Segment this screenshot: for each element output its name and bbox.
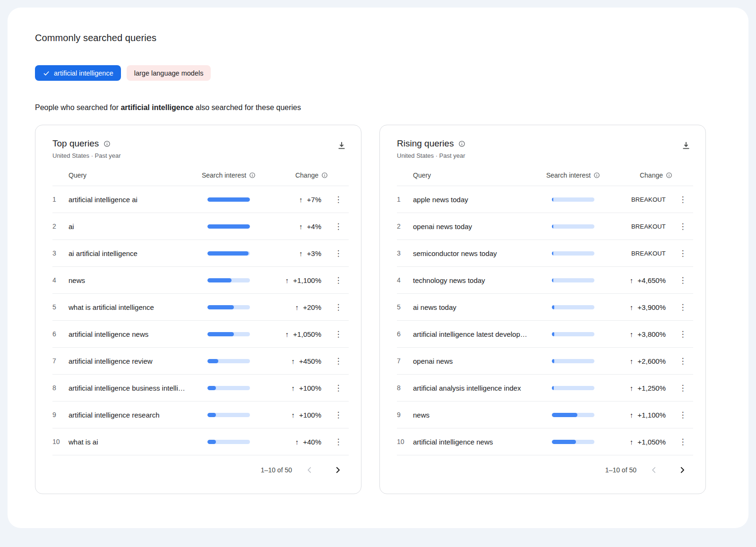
main-panel: Commonly searched queries artificial int… <box>8 8 748 528</box>
next-page-button[interactable] <box>327 462 349 478</box>
row-query-link[interactable]: artificial intelligence news <box>413 438 545 446</box>
search-interest-bar <box>200 251 257 256</box>
more-options-button[interactable]: ⋮ <box>331 194 346 205</box>
arrow-up-icon: ↑ <box>291 384 295 392</box>
previous-page-button[interactable] <box>643 462 665 478</box>
search-interest-column-header: Search interest <box>545 171 601 179</box>
table-row: 1 apple news today BREAKOUT ⋮ <box>397 186 693 213</box>
arrow-up-icon: ↑ <box>630 384 634 392</box>
intro-text: People who searched for artificial intel… <box>35 103 721 112</box>
row-change: ↑ +4,650% <box>601 276 672 284</box>
more-options-button[interactable]: ⋮ <box>675 221 691 232</box>
table-row: 8 artificial analysis intelligence index… <box>397 374 693 401</box>
more-options-button[interactable]: ⋮ <box>331 328 346 340</box>
arrow-up-icon: ↑ <box>299 222 303 231</box>
info-icon[interactable] <box>321 172 328 179</box>
more-options-button[interactable]: ⋮ <box>675 328 691 340</box>
arrow-up-icon: ↑ <box>299 249 303 257</box>
row-change: ↑ +40% <box>257 438 328 446</box>
row-change: ↑ +2,600% <box>601 357 672 365</box>
download-button[interactable] <box>335 138 349 153</box>
info-icon[interactable] <box>458 140 465 147</box>
row-query-link[interactable]: artificial intelligence ai <box>69 196 200 204</box>
next-page-button[interactable] <box>671 462 693 478</box>
more-options-button[interactable]: ⋮ <box>675 355 691 367</box>
arrow-up-icon: ↑ <box>630 276 634 284</box>
table-row: 4 technology news today ↑ +4,650% ⋮ <box>397 266 693 293</box>
chevron-right-icon <box>334 466 342 474</box>
more-options-button[interactable]: ⋮ <box>675 409 691 421</box>
change-value: +100% <box>299 384 321 392</box>
more-options-button[interactable]: ⋮ <box>331 274 346 286</box>
pagination-label: 1–10 of 50 <box>261 466 292 474</box>
table-row: 9 artificial intelligence research ↑ +10… <box>52 401 349 428</box>
row-query-link[interactable]: artificial intelligence review <box>69 357 200 365</box>
row-change: ↑ +100% <box>257 384 328 392</box>
check-icon <box>43 69 50 77</box>
row-query-link[interactable]: news <box>69 276 200 284</box>
row-query-link[interactable]: semiconductor news today <box>413 249 545 257</box>
more-options-button[interactable]: ⋮ <box>331 436 346 448</box>
more-options-button[interactable]: ⋮ <box>675 248 691 259</box>
row-query-link[interactable]: technology news today <box>413 276 545 284</box>
search-interest-bar <box>545 278 601 282</box>
cards-container: Top queries United States · Past year Qu… <box>35 125 721 494</box>
row-query-link[interactable]: artificial intelligence research <box>69 411 200 419</box>
row-query-link[interactable]: what is ai <box>69 438 200 446</box>
more-options-button[interactable]: ⋮ <box>675 274 691 286</box>
row-query-link[interactable]: artificial intelligence latest develop… <box>413 330 545 338</box>
row-query-link[interactable]: ai artificial intelligence <box>69 249 200 257</box>
search-interest-bar <box>545 305 601 309</box>
card-header: Rising queries United States · Past year <box>397 138 693 159</box>
arrow-up-icon: ↑ <box>630 303 634 311</box>
download-button[interactable] <box>679 138 693 153</box>
change-value: +7% <box>307 196 321 204</box>
chip-large-language-models[interactable]: large language models <box>127 65 211 81</box>
chevron-left-icon <box>305 466 314 474</box>
row-rank: 1 <box>52 196 69 203</box>
row-query-link[interactable]: what is artificial intelligence <box>69 303 200 311</box>
card-title: Rising queries <box>397 138 454 149</box>
more-options-button[interactable]: ⋮ <box>331 382 346 394</box>
rising-queries-table: 1 apple news today BREAKOUT ⋮ 2 openai n… <box>397 186 693 455</box>
chevron-right-icon <box>678 466 687 474</box>
search-interest-bar <box>545 224 601 229</box>
row-query-link[interactable]: apple news today <box>413 196 545 204</box>
row-change: ↑ +7% <box>257 196 328 204</box>
info-icon[interactable] <box>249 172 256 179</box>
more-options-button[interactable]: ⋮ <box>331 221 346 232</box>
row-query-link[interactable]: openai news <box>413 357 545 365</box>
top-queries-card: Top queries United States · Past year Qu… <box>35 125 361 494</box>
more-options-button[interactable]: ⋮ <box>675 436 691 448</box>
row-query-link[interactable]: ai <box>69 222 200 231</box>
previous-page-button[interactable] <box>299 462 320 478</box>
row-query-link[interactable]: openai news today <box>413 222 545 231</box>
rising-queries-card: Rising queries United States · Past year… <box>379 125 706 494</box>
info-icon[interactable] <box>593 172 600 179</box>
card-title: Top queries <box>52 138 99 149</box>
table-row: 7 openai news ↑ +2,600% ⋮ <box>397 347 693 374</box>
info-icon[interactable] <box>103 140 111 147</box>
row-query-link[interactable]: artificial intelligence news <box>69 330 200 338</box>
more-options-button[interactable]: ⋮ <box>331 248 346 259</box>
row-rank: 2 <box>52 222 69 230</box>
row-query-link[interactable]: ai news today <box>413 303 545 311</box>
row-query-link[interactable]: artificial intelligence business intelli… <box>69 384 200 392</box>
change-value: +4,650% <box>637 276 666 284</box>
more-options-button[interactable]: ⋮ <box>331 301 346 313</box>
chip-artificial-intelligence[interactable]: artificial intelligence <box>35 65 121 81</box>
more-options-button[interactable]: ⋮ <box>675 382 691 394</box>
more-options-button[interactable]: ⋮ <box>331 355 346 367</box>
more-options-button[interactable]: ⋮ <box>675 301 691 313</box>
row-query-link[interactable]: artificial analysis intelligence index <box>413 384 545 392</box>
row-query-link[interactable]: news <box>413 411 545 419</box>
card-meta: United States · Past year <box>52 152 121 159</box>
more-options-button[interactable]: ⋮ <box>675 194 691 205</box>
change-column-header: Change <box>601 171 672 179</box>
row-change: BREAKOUT <box>601 223 672 230</box>
more-options-button[interactable]: ⋮ <box>331 409 346 421</box>
table-row: 2 ai ↑ +4% ⋮ <box>52 213 349 239</box>
change-value: BREAKOUT <box>631 223 666 230</box>
change-value: BREAKOUT <box>631 250 666 257</box>
info-icon[interactable] <box>666 172 672 179</box>
